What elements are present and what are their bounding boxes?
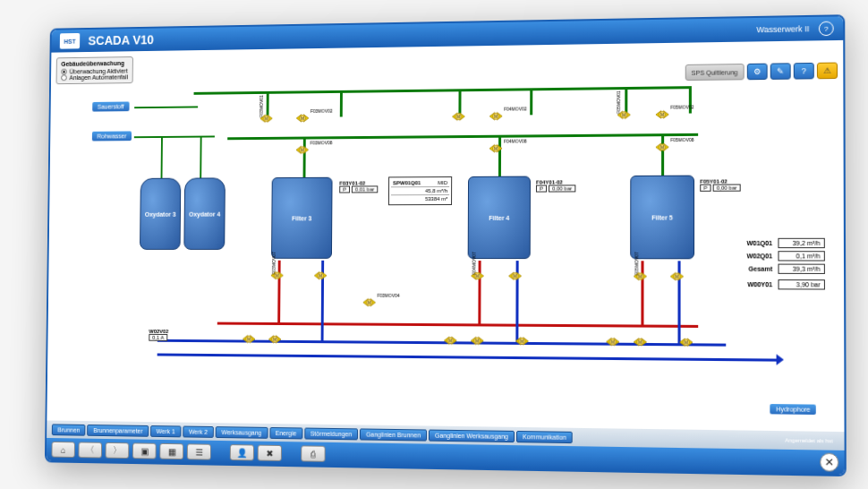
valve-f03mov06[interactable]: [268, 333, 281, 346]
mid-tag: SPW01Q01: [393, 180, 421, 185]
valve-f03mov04[interactable]: [363, 296, 376, 309]
home-icon[interactable]: ⌂: [51, 442, 74, 458]
tab-werk2[interactable]: Werk 2: [183, 425, 214, 437]
mid-meter[interactable]: SPW01Q01MID 45,8 m³/h 53384 m³: [388, 176, 452, 205]
valve-label: F04MOV08: [504, 138, 527, 143]
valve-f04mov05[interactable]: [444, 334, 456, 347]
valve-label: F05MOV08: [670, 137, 694, 142]
oxydator-3-tank[interactable]: Oxydator 3: [140, 178, 181, 250]
valve-f04mov08[interactable]: [489, 142, 502, 155]
valve-f04mov06[interactable]: [471, 334, 483, 347]
filter-3-tank[interactable]: Filter 3: [271, 177, 333, 259]
tab-kommunikation[interactable]: Kommunikation: [516, 430, 573, 442]
camera-icon[interactable]: ▣: [132, 442, 157, 459]
oxydator-4-tank[interactable]: Oxydator 4: [183, 177, 226, 250]
list-icon[interactable]: ☰: [187, 443, 211, 459]
mid-label: MID: [438, 180, 447, 185]
tab-ganglinien-werksausgang[interactable]: Ganglinien Werksausgang: [429, 429, 515, 442]
tab-brunnenparameter[interactable]: Brunnenparameter: [88, 425, 149, 437]
filter-5-tank[interactable]: Filter 5: [630, 176, 694, 260]
tab-werksausgang[interactable]: Werksausgang: [216, 426, 268, 439]
tab-energie[interactable]: Energie: [269, 426, 302, 438]
arrow-icon: [777, 354, 784, 365]
valve-f05mov06[interactable]: [634, 336, 646, 348]
meter-label: W02Q01: [736, 253, 773, 259]
valve-label: F03MOV01: [259, 95, 264, 117]
valve-f03mov05[interactable]: [243, 333, 255, 346]
user-remove-icon[interactable]: ✖: [258, 445, 282, 461]
w02v02-reading: W02V02 0,1 A: [149, 329, 168, 341]
app-window: HST SCADA V10 Wasserwerk II ? Gebäudeübe…: [45, 14, 847, 476]
grid-icon[interactable]: ▦: [159, 443, 183, 459]
mid-total: 53384 m³: [425, 196, 447, 202]
help-icon[interactable]: ?: [819, 21, 834, 37]
tab-ganglinien-brunnen[interactable]: Ganglinien Brunnen: [360, 428, 427, 441]
valve-label: F03MOV07: [271, 252, 277, 274]
reading-val: 0,00 bar: [549, 184, 575, 192]
back-icon[interactable]: 〈: [78, 442, 102, 458]
valve-label: F04MOV02: [504, 106, 527, 111]
facility-name: Wasserwerk II: [756, 24, 809, 34]
valve-f04mov02[interactable]: [489, 110, 502, 123]
valve-f04mov01[interactable]: [452, 110, 464, 123]
reading-val: 0,00 bar: [713, 184, 741, 192]
meter-value: 39,3 m³/h: [778, 264, 824, 274]
valve-f05mov09[interactable]: [680, 336, 693, 348]
mid-flow: 45,8 m³/h: [425, 188, 447, 193]
print-icon[interactable]: ⎙: [301, 445, 325, 461]
user-icon[interactable]: 👤: [230, 444, 254, 460]
reading-p: P: [339, 186, 350, 193]
valve-label: F05MOV07: [634, 252, 639, 275]
filter5-reading: F05Y01-02 P0,00 bar: [700, 178, 741, 191]
valve-label: F03MOV08: [311, 140, 333, 145]
reading-p: P: [536, 185, 547, 193]
tab-stoermeldungen[interactable]: Störmeldungen: [304, 427, 358, 440]
valve-label: F03MOV02: [311, 108, 333, 114]
tab-brunnen[interactable]: Brunnen: [52, 424, 86, 435]
meter-label: W01Q01: [736, 240, 773, 246]
valve-f05mov05[interactable]: [607, 335, 619, 347]
reading-val: 0,01 bar: [352, 185, 378, 193]
login-status: Angemeldet als hst: [785, 437, 833, 443]
meter-value: 39,2 m³/h: [778, 238, 824, 248]
valve-f05mov03[interactable]: [670, 270, 683, 283]
forward-icon[interactable]: 〉: [106, 442, 130, 459]
reading-val: 0,1 A: [149, 334, 167, 341]
valve-label: F04MOV07: [471, 252, 476, 275]
valve-f04mov09[interactable]: [515, 335, 528, 347]
meter-summary: W01Q0139,2 m³/h W02Q010,1 m³/h Gesamt39,…: [736, 238, 825, 293]
tab-werk1[interactable]: Werk 1: [150, 425, 181, 437]
valve-f05mov02[interactable]: [656, 108, 668, 121]
filter3-reading: F03Y01-02 P0,01 bar: [339, 180, 378, 193]
meter-value: 0,1 m³/h: [778, 251, 824, 261]
filter4-reading: F04Y01-02 P0,00 bar: [536, 179, 575, 192]
valve-f03mov08[interactable]: [296, 143, 309, 156]
valve-f03mov03[interactable]: [314, 270, 327, 282]
schematic-viewport: Gebäudeüberwachung Überwachung Aktiviert…: [47, 40, 844, 432]
reading-p: P: [700, 184, 711, 192]
close-icon[interactable]: ✕: [820, 453, 838, 472]
valve-label: F03MOV04: [378, 293, 400, 298]
valve-label: F05MOV01: [616, 90, 621, 114]
meter-value: 3,90 bar: [779, 279, 825, 289]
hst-logo: HST: [60, 33, 81, 49]
meter-label: W00Y01: [736, 281, 773, 287]
filter-4-tank[interactable]: Filter 4: [468, 176, 531, 260]
valve-f05mov08[interactable]: [656, 141, 668, 153]
meter-label: Gesamt: [736, 266, 773, 272]
valve-f04mov03[interactable]: [509, 270, 522, 282]
valve-f03mov02[interactable]: [296, 112, 309, 124]
valve-label: F05MOV02: [670, 104, 694, 109]
